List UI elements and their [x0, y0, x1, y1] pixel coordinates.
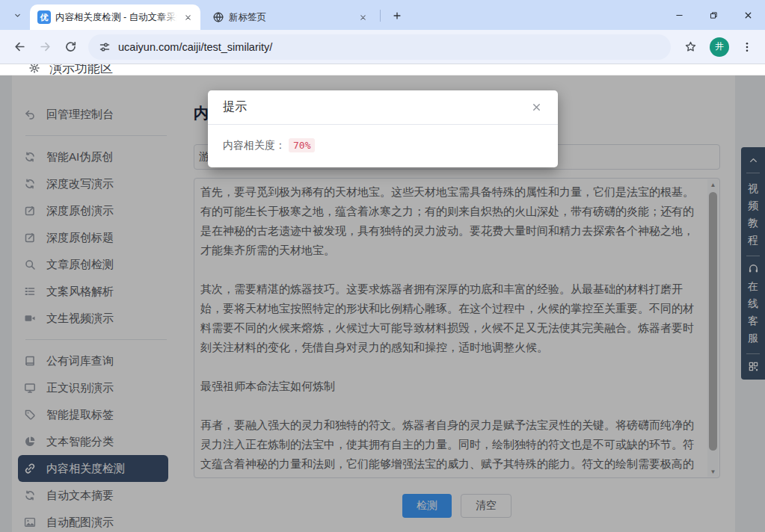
- restore-button[interactable]: [696, 0, 731, 30]
- page-header: 演示功能区: [0, 64, 765, 75]
- browser-titlebar: 优 内容相关度检测 - 自动文章采集 新标签页: [0, 0, 765, 30]
- browser-window: 优 内容相关度检测 - 自动文章采集 新标签页 ucaiyun.com/caij…: [0, 0, 765, 532]
- relevance-label: 内容相关度：: [223, 139, 286, 152]
- message-dialog: 提示 内容相关度： 70%: [208, 90, 558, 167]
- close-icon: [743, 10, 753, 20]
- forward-icon: [39, 40, 52, 53]
- dialog-title: 提示: [223, 99, 247, 115]
- relevance-value-badge: 70%: [289, 138, 315, 152]
- dialog-body: 内容相关度： 70%: [208, 125, 558, 152]
- plus-icon: [392, 10, 402, 21]
- back-icon: [13, 40, 26, 53]
- tab-title: 新标签页: [229, 11, 352, 24]
- globe-icon: [212, 11, 224, 23]
- window-close-button[interactable]: [731, 0, 765, 30]
- forward-button[interactable]: [33, 35, 57, 59]
- tab-close-button[interactable]: [357, 11, 369, 24]
- url-text: ucaiyun.com/caiji/test_similarity/: [118, 41, 272, 53]
- close-icon: [531, 102, 542, 113]
- reload-button[interactable]: [58, 35, 82, 59]
- browser-tab-newtab[interactable]: 新标签页: [205, 4, 375, 30]
- dots-vertical-icon: [741, 41, 753, 53]
- dialog-header: 提示: [208, 90, 558, 125]
- dialog-close-button[interactable]: [529, 101, 543, 114]
- address-bar[interactable]: ucaiyun.com/caiji/test_similarity/: [88, 34, 671, 60]
- browser-tab-active[interactable]: 优 内容相关度检测 - 自动文章采集: [30, 4, 200, 30]
- bookmark-star-button[interactable]: [678, 35, 702, 59]
- tab-close-button[interactable]: [182, 11, 194, 24]
- tab-search-button[interactable]: [7, 5, 27, 25]
- site-favicon: 优: [37, 10, 51, 24]
- site-settings-icon[interactable]: [99, 41, 111, 53]
- browser-toolbar: ucaiyun.com/caiji/test_similarity/ 井: [0, 30, 765, 64]
- minimize-button[interactable]: [662, 0, 696, 30]
- new-tab-button[interactable]: [387, 6, 407, 25]
- star-icon: [684, 40, 697, 53]
- chevron-down-icon: [13, 11, 22, 19]
- minimize-icon: [675, 10, 684, 20]
- back-button[interactable]: [7, 35, 31, 59]
- close-icon: [184, 13, 192, 22]
- page-header-title: 演示功能区: [49, 64, 113, 75]
- tab-title: 内容相关度检测 - 自动文章采集: [55, 11, 177, 24]
- restore-icon: [709, 10, 719, 20]
- reload-icon: [64, 40, 77, 53]
- profile-avatar[interactable]: 井: [710, 37, 729, 57]
- window-controls: [662, 0, 765, 30]
- tab-separator: [380, 10, 381, 22]
- gear-icon: [28, 64, 40, 74]
- browser-menu-button[interactable]: [737, 37, 758, 58]
- close-icon: [359, 13, 367, 22]
- page-viewport: 演示功能区 回管理控制台智能AI伪原创深度改写演示深度原创演示深度原创标题文章原…: [0, 64, 765, 532]
